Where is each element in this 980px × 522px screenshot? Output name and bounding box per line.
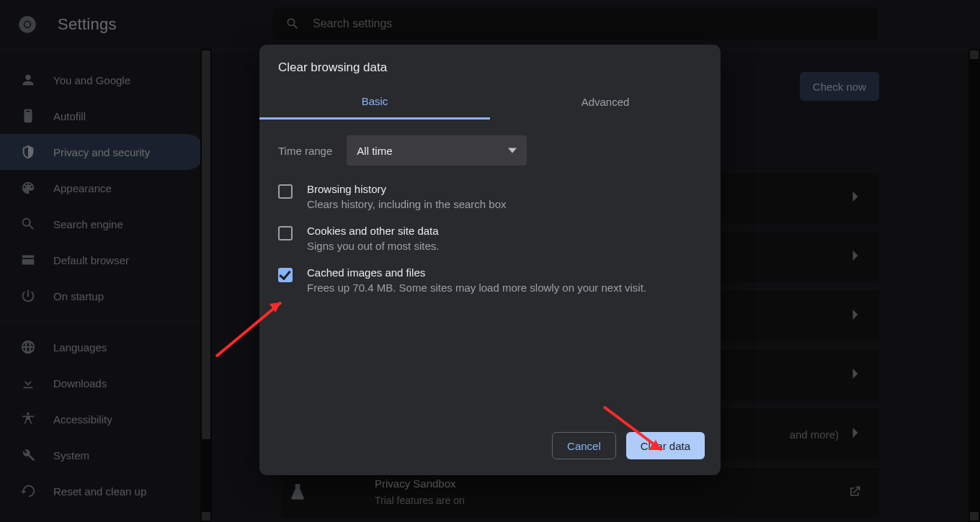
sidebar-item-label: Search engine (53, 218, 123, 230)
card-right-text: and more) (790, 428, 839, 440)
chevron-right-icon (852, 192, 859, 204)
globe-icon (20, 339, 36, 355)
wrench-icon (20, 447, 36, 463)
sidebar-item-you-and-google[interactable]: You and Google (0, 62, 205, 98)
time-range-value: All time (357, 145, 392, 157)
svg-point-2 (24, 22, 30, 27)
sidebar-scrollbar[interactable] (200, 49, 212, 522)
clear-browsing-data-dialog: Clear browsing data Basic Advanced Time … (259, 45, 721, 475)
dialog-actions: Cancel Clear data (552, 432, 705, 459)
open-external-icon (847, 485, 862, 502)
main-scroll-button-down[interactable] (970, 512, 979, 521)
sidebar-item-system[interactable]: System (0, 437, 205, 473)
search-settings-input[interactable]: Search settings (272, 7, 878, 40)
search-icon (20, 216, 36, 232)
settings-sidebar: You and Google Autofill Privacy and secu… (0, 49, 212, 522)
download-icon (20, 375, 36, 391)
chevron-right-icon (852, 369, 859, 382)
chrome-logo-icon (17, 14, 37, 35)
sidebar-scroll-button-down[interactable] (202, 512, 210, 521)
accessibility-icon (20, 411, 36, 427)
tab-advanced[interactable]: Advanced (490, 85, 721, 120)
person-icon (20, 72, 36, 88)
sidebar-item-reset-clean-up[interactable]: Reset and clean up (0, 473, 205, 509)
time-range-select[interactable]: All time (347, 135, 527, 166)
option-subtitle: Clears history, including in the search … (307, 198, 507, 210)
chevron-right-icon (852, 310, 859, 323)
sidebar-separator (0, 321, 200, 322)
option-cookies[interactable]: Cookies and other site data Signs you ou… (259, 215, 721, 256)
checkbox-cached-images[interactable] (278, 268, 293, 282)
checkbox-cookies[interactable] (278, 226, 293, 240)
search-placeholder: Search settings (313, 17, 392, 30)
clipboard-icon (20, 108, 36, 124)
time-range-row: Time range All time (259, 120, 721, 173)
option-title: Browsing history (307, 183, 507, 195)
option-subtitle: Signs you out of most sites. (307, 240, 439, 252)
sidebar-item-label: Reset and clean up (53, 485, 146, 498)
chevron-right-icon (852, 251, 859, 264)
option-title: Cached images and files (307, 266, 646, 279)
tab-basic[interactable]: Basic (259, 85, 490, 120)
sidebar-item-label: On startup (53, 290, 104, 302)
sidebar-item-accessibility[interactable]: Accessibility (0, 401, 205, 437)
dialog-title: Clear browsing data (259, 45, 721, 85)
sidebar-item-label: Autofill (53, 110, 86, 122)
palette-icon (20, 180, 36, 196)
cancel-button[interactable]: Cancel (552, 432, 616, 459)
sidebar-item-label: You and Google (53, 74, 130, 86)
main-scrollbar[interactable] (968, 49, 980, 522)
sidebar-item-label: Languages (53, 341, 107, 354)
restore-icon (20, 483, 36, 499)
sidebar-item-downloads[interactable]: Downloads (0, 365, 205, 401)
sidebar-item-default-browser[interactable]: Default browser (0, 242, 205, 278)
sidebar-item-label: Privacy and security (53, 146, 150, 158)
flask-icon (288, 482, 307, 504)
card-subtitle: Trial features are on (375, 495, 465, 506)
sidebar-item-search-engine[interactable]: Search engine (0, 206, 205, 242)
sidebar-scroll-thumb[interactable] (202, 50, 210, 439)
search-icon (285, 17, 300, 31)
power-icon (20, 288, 36, 304)
sidebar-item-privacy-security[interactable]: Privacy and security (0, 134, 205, 170)
option-title: Cookies and other site data (307, 225, 439, 237)
sidebar-item-label: Appearance (53, 182, 112, 194)
sidebar-item-on-startup[interactable]: On startup (0, 278, 205, 314)
card-title: Privacy Sandbox (375, 477, 456, 490)
chevron-down-icon (508, 146, 517, 155)
sidebar-item-appearance[interactable]: Appearance (0, 170, 205, 206)
sidebar-item-label: Downloads (53, 377, 107, 390)
sidebar-item-label: System (53, 449, 89, 462)
sidebar-item-label: Default browser (53, 254, 129, 266)
sidebar-item-label: Accessibility (53, 413, 112, 426)
chevron-right-icon (852, 428, 859, 441)
option-browsing-history[interactable]: Browsing history Clears history, includi… (259, 173, 721, 215)
page-title: Settings (58, 15, 117, 34)
window-icon (20, 252, 36, 268)
clear-data-button[interactable]: Clear data (626, 432, 705, 459)
shield-icon (20, 144, 36, 160)
sidebar-item-autofill[interactable]: Autofill (0, 98, 205, 134)
check-now-button[interactable]: Check now (800, 72, 879, 101)
option-cached-images[interactable]: Cached images and files Frees up 70.4 MB… (259, 256, 721, 298)
option-subtitle: Frees up 70.4 MB. Some sites may load mo… (307, 282, 646, 294)
time-range-label: Time range (278, 145, 332, 157)
main-scroll-button-up[interactable] (970, 50, 979, 59)
checkbox-browsing-history[interactable] (278, 184, 293, 199)
sidebar-item-languages[interactable]: Languages (0, 329, 205, 365)
dialog-tabs: Basic Advanced (259, 85, 721, 120)
